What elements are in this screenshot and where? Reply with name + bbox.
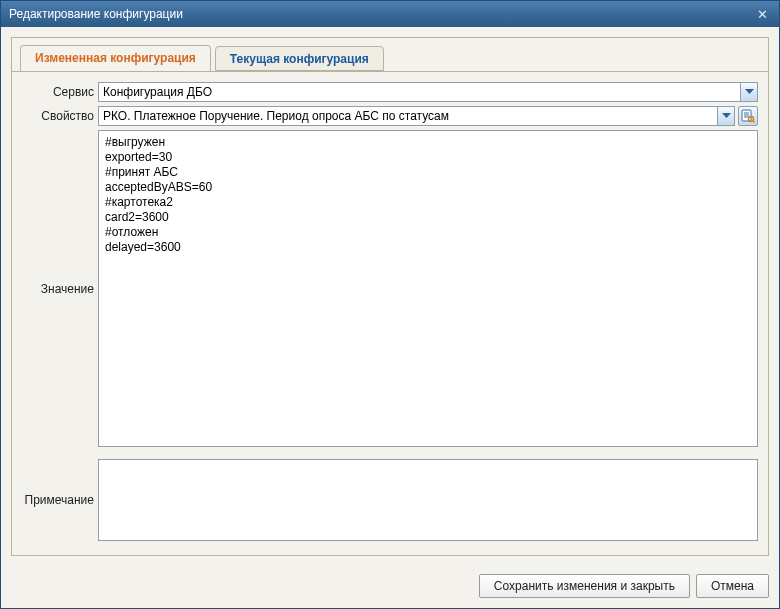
tab-label: Текущая конфигурация — [230, 52, 369, 66]
save-button[interactable]: Сохранить изменения и закрыть — [479, 574, 690, 598]
close-icon[interactable]: ✕ — [753, 5, 771, 23]
property-combo — [98, 106, 735, 126]
label-service: Сервис — [22, 82, 98, 102]
property-input[interactable] — [98, 106, 717, 126]
svg-marker-1 — [722, 113, 731, 118]
window-title: Редактирование конфигурации — [9, 7, 753, 21]
tab-changed-config[interactable]: Измененная конфигурация — [20, 45, 211, 71]
tab-panel-changed: Сервис Свойство — [12, 71, 768, 555]
chevron-down-icon — [722, 113, 731, 119]
dialog-footer: Сохранить изменения и закрыть Отмена — [1, 566, 779, 608]
svg-marker-0 — [745, 89, 754, 94]
tab-current-config[interactable]: Текущая конфигурация — [215, 46, 384, 71]
service-dropdown-button[interactable] — [740, 82, 758, 102]
tab-container: Измененная конфигурация Текущая конфигур… — [11, 37, 769, 556]
tab-strip: Измененная конфигурация Текущая конфигур… — [20, 45, 776, 71]
tab-label: Измененная конфигурация — [35, 51, 196, 65]
note-textarea[interactable] — [98, 459, 758, 541]
dialog-window: Редактирование конфигурации ✕ Измененная… — [0, 0, 780, 609]
row-service: Сервис — [22, 82, 758, 102]
property-action-button[interactable] — [738, 106, 758, 126]
value-textarea[interactable] — [98, 130, 758, 447]
label-note: Примечание — [22, 490, 98, 510]
titlebar: Редактирование конфигурации ✕ — [1, 1, 779, 27]
row-note: Примечание — [22, 459, 758, 541]
dialog-body: Измененная конфигурация Текущая конфигур… — [1, 27, 779, 566]
chevron-down-icon — [745, 89, 754, 95]
cancel-button[interactable]: Отмена — [696, 574, 769, 598]
property-dropdown-button[interactable] — [717, 106, 735, 126]
spacer — [22, 451, 758, 459]
svg-line-7 — [753, 121, 755, 123]
label-value: Значение — [22, 279, 98, 299]
document-search-icon — [741, 109, 755, 123]
label-property: Свойство — [22, 106, 98, 126]
row-value: Значение — [22, 130, 758, 447]
service-combo — [98, 82, 758, 102]
row-property: Свойство — [22, 106, 758, 126]
service-input[interactable] — [98, 82, 740, 102]
